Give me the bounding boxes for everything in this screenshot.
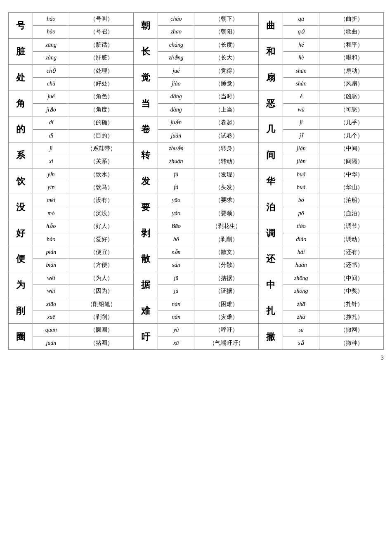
- mid-character-cell: 要: [133, 194, 158, 220]
- mid-meaning-cell: （觉得）: [194, 64, 259, 77]
- table-row: xuē（剥削）nàn（灾难）zhá（挣扎）: [9, 311, 384, 323]
- mid-character-cell: 剥: [133, 220, 158, 246]
- table-row: 系jì（系鞋带）转zhuǎn（转身）间jiān（中间）: [9, 142, 384, 155]
- mid-character-cell: 发: [133, 168, 158, 194]
- right-meaning-cell: （中奖）: [319, 285, 384, 298]
- right-character-cell: 华: [258, 168, 283, 194]
- table-row: 削xiāo（削铅笔）难nán（困难）扎zhā（扎针）: [9, 298, 384, 311]
- pinyin-cell: hào: [33, 26, 69, 38]
- mid-pinyin-cell: fā: [158, 168, 194, 181]
- right-meaning-cell: （血泊）: [319, 207, 384, 220]
- table-row: wèi（因为）jù（证据）zhòng（中奖）: [9, 285, 384, 298]
- right-meaning-cell: （挣扎）: [319, 311, 384, 323]
- mid-meaning-cell: （要求）: [194, 194, 259, 207]
- character-cell: 没: [9, 194, 33, 220]
- mid-meaning-cell: （发现）: [194, 168, 259, 181]
- table-row: 号háo（号叫）朝cháo（朝下）曲qū（曲折）: [9, 13, 384, 26]
- right-meaning-cell: （还书）: [319, 259, 384, 272]
- right-meaning-cell: （扇动）: [319, 64, 384, 77]
- right-meaning-cell: （撒种）: [319, 337, 384, 349]
- pinyin-cell: juàn: [33, 337, 69, 349]
- meaning-cell: （饮水）: [69, 168, 134, 181]
- mid-meaning-cell: （长大）: [194, 52, 259, 64]
- mid-meaning-cell: （证据）: [194, 285, 259, 298]
- right-character-cell: 几: [258, 116, 283, 142]
- right-meaning-cell: （扎针）: [319, 298, 384, 311]
- right-pinyin-cell: hé: [283, 38, 319, 51]
- right-meaning-cell: （歌曲）: [319, 26, 384, 38]
- table-row: 的dí（的确）卷juǎn（卷起）几jī（几乎）: [9, 116, 384, 129]
- right-meaning-cell: （几个）: [319, 129, 384, 142]
- right-pinyin-cell: jī: [283, 116, 319, 129]
- pinyin-cell: chǔ: [33, 64, 69, 77]
- right-pinyin-cell: huà: [283, 181, 319, 194]
- mid-pinyin-cell: juàn: [158, 129, 194, 142]
- character-cell: 好: [9, 220, 33, 246]
- right-meaning-cell: （风扇）: [319, 77, 384, 90]
- right-character-cell: 泊: [258, 194, 283, 220]
- mid-pinyin-cell: zhuàn: [158, 155, 194, 168]
- meaning-cell: （猪圈）: [69, 337, 134, 349]
- table-row: zàng（肝脏）zhǎng（长大）hè（唱和）: [9, 52, 384, 64]
- mid-character-cell: 难: [133, 298, 158, 324]
- right-pinyin-cell: sā: [283, 324, 319, 337]
- right-meaning-cell: （撒网）: [319, 324, 384, 337]
- meaning-cell: （号召）: [69, 26, 134, 38]
- right-character-cell: 撒: [258, 324, 283, 350]
- page: 号háo（号叫）朝cháo（朝下）曲qū（曲折）hào（号召）zhāo（朝阳）q…: [8, 12, 384, 361]
- mid-meaning-cell: （试卷）: [194, 129, 259, 142]
- right-pinyin-cell: zhōng: [283, 272, 319, 285]
- pinyin-cell: wèi: [33, 285, 69, 298]
- mid-meaning-cell: （转动）: [194, 155, 259, 168]
- table-row: yìn（饮马）fà（头发）huà（华山）: [9, 181, 384, 194]
- mid-pinyin-cell: jù: [158, 285, 194, 298]
- right-meaning-cell: （几乎）: [319, 116, 384, 129]
- mid-pinyin-cell: xū: [158, 337, 194, 349]
- mid-meaning-cell: （当时）: [194, 90, 259, 103]
- right-meaning-cell: （调动）: [319, 233, 384, 246]
- character-cell: 削: [9, 298, 33, 324]
- right-meaning-cell: （凶恶）: [319, 90, 384, 103]
- character-cell: 圈: [9, 324, 33, 350]
- mid-meaning-cell: （转身）: [194, 142, 259, 155]
- pinyin-cell: jiǎo: [33, 103, 69, 116]
- table-row: 便pián（便宜）散sǎn（散文）还hái（还有）: [9, 246, 384, 259]
- pinyin-cell: xiāo: [33, 298, 69, 311]
- meaning-cell: （圆圈）: [69, 324, 134, 337]
- pinyin-cell: háo: [33, 13, 69, 26]
- right-meaning-cell: （华山）: [319, 181, 384, 194]
- mid-pinyin-cell: nàn: [158, 311, 194, 323]
- right-pinyin-cell: zhá: [283, 311, 319, 323]
- meaning-cell: （好处）: [69, 77, 134, 90]
- mid-pinyin-cell: sǎn: [158, 246, 194, 259]
- table-row: 圈quān（圆圈）吁yù（呼吁）撒sā（撒网）: [9, 324, 384, 337]
- pinyin-cell: jì: [33, 142, 69, 155]
- pinyin-cell: dì: [33, 129, 69, 142]
- table-row: 好hǎo（好人）剥Bāo（剥花生）调tiáo（调节）: [9, 220, 384, 233]
- right-meaning-cell: （中华）: [319, 168, 384, 181]
- character-cell: 为: [9, 272, 33, 298]
- mid-meaning-cell: （气喘吁吁）: [194, 337, 259, 349]
- pinyin-cell: dí: [33, 116, 69, 129]
- mid-pinyin-cell: yù: [158, 324, 194, 337]
- right-character-cell: 间: [258, 142, 283, 168]
- character-cell: 饮: [9, 168, 33, 194]
- table-row: xì（关系）zhuàn（转动）jiàn（间隔）: [9, 155, 384, 168]
- mid-pinyin-cell: dàng: [158, 103, 194, 116]
- right-meaning-cell: （中间）: [319, 142, 384, 155]
- meaning-cell: （处理）: [69, 64, 134, 77]
- table-row: mò（沉没）yào（要领）pō（血泊）: [9, 207, 384, 220]
- pinyin-cell: xuē: [33, 311, 69, 323]
- pinyin-cell: xì: [33, 155, 69, 168]
- pinyin-cell: pián: [33, 246, 69, 259]
- table-row: 脏zāng（脏话）长cháng（长度）和hé（和平）: [9, 38, 384, 51]
- mid-pinyin-cell: jū: [158, 272, 194, 285]
- right-meaning-cell: （曲折）: [319, 13, 384, 26]
- character-cell: 号: [9, 13, 33, 39]
- mid-pinyin-cell: cháng: [158, 38, 194, 51]
- table-row: 没méi（没有）要yāo（要求）泊bó（泊船）: [9, 194, 384, 207]
- mid-meaning-cell: （分散）: [194, 259, 259, 272]
- character-cell: 便: [9, 246, 33, 272]
- table-row: 角jué（角色）当dāng（当时）恶è（凶恶）: [9, 90, 384, 103]
- mid-meaning-cell: （呼吁）: [194, 324, 259, 337]
